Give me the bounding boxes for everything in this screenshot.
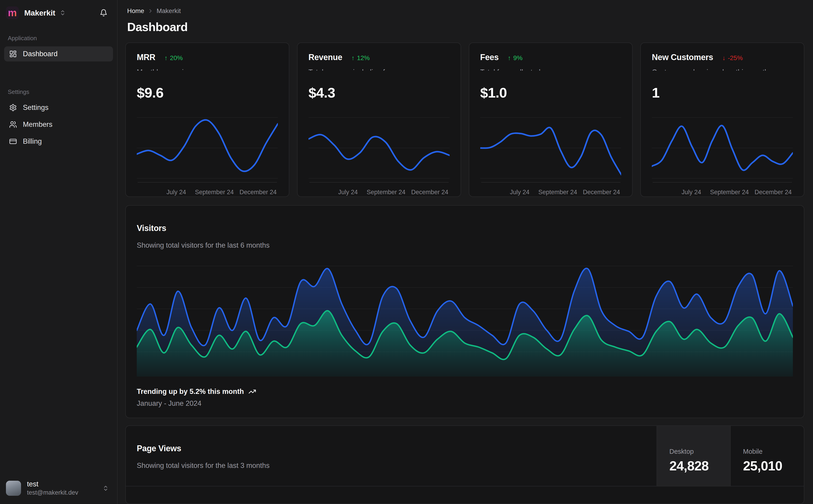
user-name: test: [27, 480, 78, 488]
breadcrumb-home-link[interactable]: Home: [127, 7, 144, 15]
fees-sparkline-chart: [480, 115, 622, 184]
team-switcher[interactable]: Makerkit: [24, 8, 55, 17]
desktop-value: 24,828: [669, 458, 726, 473]
axis-tick: September 24: [538, 189, 577, 196]
stat-card-header: Fees ↑9%: [480, 53, 622, 62]
stat-card-header: MRR ↑20%: [137, 53, 278, 62]
arrow-down-icon: ↓: [722, 54, 725, 62]
x-axis-labels: July 24 September 24 December 24: [309, 186, 450, 190]
user-meta: test test@makerkit.dev: [27, 480, 78, 496]
trend-value: 20%: [170, 54, 183, 62]
trend-badge: ↓-25%: [722, 54, 743, 62]
page-views-subtitle: Showing total visitors for the last 3 mo…: [137, 462, 646, 470]
stat-card-description: Total fees collected: [480, 68, 622, 71]
x-axis-labels: July 24 September 24 December 24: [137, 186, 278, 190]
sidebar-item-settings[interactable]: Settings: [4, 100, 113, 115]
sidebar-item-label: Settings: [23, 103, 48, 112]
axis-tick: September 24: [710, 189, 749, 196]
x-axis-labels: July 24 September 24 December 24: [480, 186, 622, 190]
user-menu[interactable]: test test@makerkit.dev: [0, 473, 117, 504]
credit-card-icon: [9, 138, 17, 145]
stat-card-title: Revenue: [309, 53, 342, 62]
sidebar-item-label: Members: [23, 120, 52, 129]
trend-badge: ↑12%: [352, 54, 370, 62]
sidebar-item-members[interactable]: Members: [4, 117, 113, 132]
trend-value: -25%: [728, 54, 743, 62]
sidebar-item-dashboard[interactable]: Dashboard: [4, 46, 113, 61]
page-title: Dashboard: [127, 20, 804, 34]
stat-card-title: New Customers: [652, 53, 713, 62]
axis-tick: December 24: [755, 189, 792, 196]
chevrons-up-down-icon[interactable]: [102, 485, 109, 491]
visitors-footer: Trending up by 5.2% this month: [137, 387, 793, 396]
revenue-sparkline-chart: [309, 115, 450, 184]
trending-up-icon: [248, 388, 256, 395]
stat-card-title: MRR: [137, 53, 155, 62]
gear-icon: [9, 104, 17, 111]
sidebar-header: m Makerkit: [0, 0, 117, 24]
stat-card-fees: Fees ↑9% Total fees collected $1.0 July …: [469, 42, 633, 197]
users-icon: [9, 121, 17, 128]
nav-section-settings: Settings: [8, 88, 109, 95]
nav-section-application: Application: [8, 35, 109, 42]
desktop-toggle-button[interactable]: Desktop 24,828: [657, 426, 730, 486]
visitors-subtitle: Showing total visitors for the last 6 mo…: [137, 241, 793, 249]
arrow-up-icon: ↑: [352, 54, 355, 62]
stat-card-header: Revenue ↑12%: [309, 53, 450, 62]
stat-cards-row: MRR ↑20% Monthly recurring revenue $9.6 …: [125, 42, 804, 197]
stat-card-mrr: MRR ↑20% Monthly recurring revenue $9.6 …: [125, 42, 289, 197]
visitors-area-chart: [137, 262, 793, 377]
sidebar-item-label: Dashboard: [23, 50, 58, 58]
page-views-header: Page Views Showing total visitors for th…: [126, 426, 804, 486]
app-logo-letter: m: [8, 8, 17, 18]
axis-tick: December 24: [240, 189, 277, 196]
stat-card-title: Fees: [480, 53, 499, 62]
main-content: Home Makerkit Dashboard MRR ↑20% Monthly…: [117, 0, 813, 504]
stat-card-header: New Customers ↓-25%: [652, 53, 793, 62]
axis-tick: September 24: [367, 189, 405, 196]
sidebar-item-billing[interactable]: Billing: [4, 134, 113, 149]
visitors-trend-text: Trending up by 5.2% this month: [137, 387, 244, 396]
stat-card-value: $1.0: [480, 85, 622, 101]
axis-tick: December 24: [411, 189, 448, 196]
stat-card-value: $9.6: [137, 85, 278, 101]
axis-tick: July 24: [166, 189, 186, 196]
mrr-sparkline-chart: [137, 115, 278, 184]
sidebar: m Makerkit Application Dashboard Setting…: [0, 0, 117, 504]
axis-tick: September 24: [195, 189, 234, 196]
breadcrumb-current: Makerkit: [157, 7, 181, 15]
app-logo[interactable]: m: [6, 6, 19, 19]
stat-card-description: Monthly recurring revenue: [137, 68, 278, 71]
user-email: test@makerkit.dev: [27, 489, 78, 496]
stat-card-value: 1: [652, 85, 793, 101]
desktop-label: Desktop: [669, 448, 726, 455]
trend-value: 12%: [357, 54, 370, 62]
arrow-up-icon: ↑: [508, 54, 511, 62]
stat-card-value: $4.3: [309, 85, 450, 101]
chevrons-up-down-icon[interactable]: [59, 10, 66, 16]
sidebar-item-label: Billing: [23, 137, 42, 146]
mobile-toggle-button[interactable]: Mobile 25,010: [730, 426, 804, 486]
breadcrumb: Home Makerkit: [125, 4, 804, 15]
app-window: m Makerkit Application Dashboard Setting…: [0, 0, 813, 504]
stat-card-new-customers: New Customers ↓-25% Customers who signed…: [640, 42, 804, 197]
user-avatar: [6, 481, 21, 496]
trend-badge: ↑20%: [164, 54, 183, 62]
stat-card-description: Customers who signed up this month: [652, 68, 793, 71]
arrow-up-icon: ↑: [164, 54, 167, 62]
axis-tick: July 24: [510, 189, 529, 196]
visitors-date-range: January - June 2024: [137, 399, 793, 408]
axis-tick: July 24: [682, 189, 701, 196]
sidebar-nav: Application Dashboard Settings Settings …: [0, 24, 117, 473]
visitors-title: Visitors: [137, 223, 793, 233]
x-axis-labels: July 24 September 24 December 24: [652, 186, 793, 190]
notifications-bell-icon[interactable]: [100, 9, 107, 17]
axis-tick: July 24: [338, 189, 358, 196]
page-views-title: Page Views: [137, 444, 646, 453]
mobile-label: Mobile: [743, 448, 799, 455]
trend-badge: ↑9%: [508, 54, 522, 62]
mobile-value: 25,010: [743, 458, 799, 473]
page-views-titles: Page Views Showing total visitors for th…: [126, 426, 657, 486]
chevron-right-icon: [147, 8, 153, 14]
visitors-card: Visitors Showing total visitors for the …: [125, 205, 804, 418]
